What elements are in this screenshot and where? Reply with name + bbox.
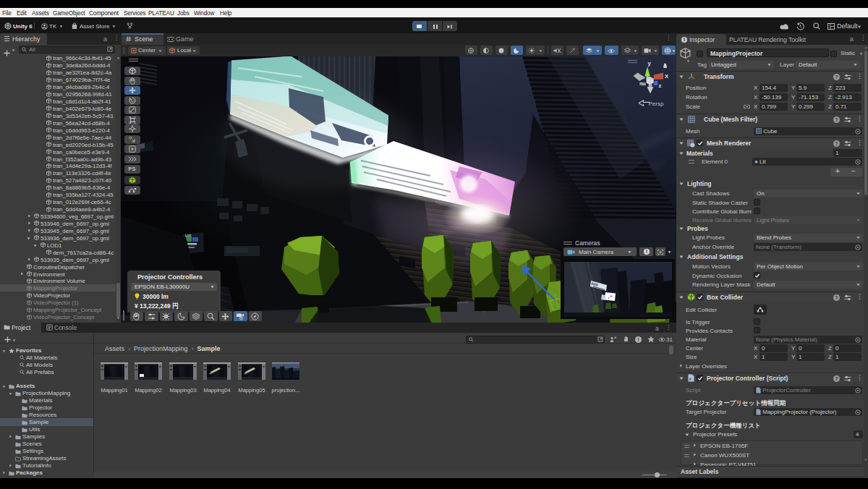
svg-text:Low: Low: [185, 234, 192, 237]
svg-text:Persp: Persp: [649, 101, 664, 107]
svg-text:z: z: [659, 82, 662, 89]
svg-text:X: X: [665, 73, 668, 80]
